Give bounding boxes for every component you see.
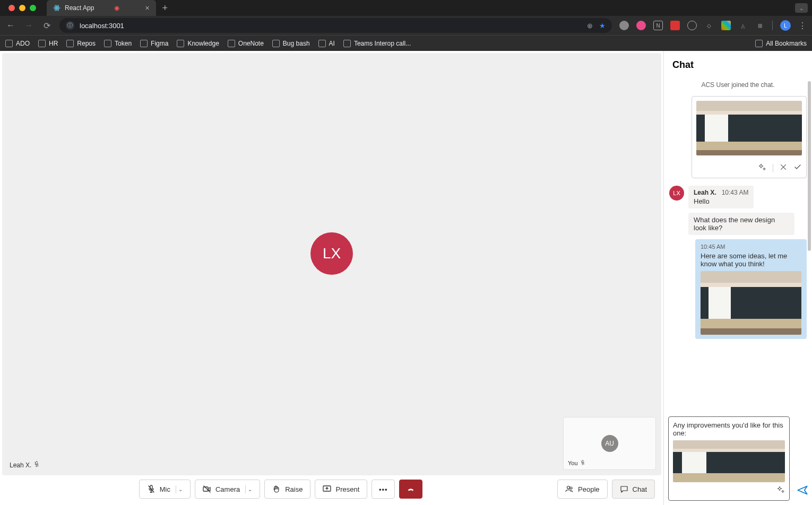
ext-icon-7[interactable] bbox=[721, 21, 731, 30]
nav-bar: ← → ⟳ ⓘ localhost:3001 ⊕ ★ N ◇ ◬ ⊞ L ⋮ bbox=[0, 16, 812, 35]
compose-input[interactable]: Any improvements you'd like for this one… bbox=[673, 421, 785, 437]
participant-name-label: Leah X. bbox=[10, 461, 40, 469]
attachment-image[interactable] bbox=[701, 271, 801, 335]
recording-indicator: ◉ bbox=[114, 4, 119, 12]
confirm-icon[interactable] bbox=[793, 163, 802, 173]
ext-icon-2[interactable] bbox=[636, 21, 646, 30]
chat-panel: Chat ACS User joined the chat. bbox=[663, 51, 812, 505]
ext-icon-6[interactable]: ◇ bbox=[704, 21, 714, 30]
present-button[interactable]: Present bbox=[315, 480, 367, 499]
chat-button[interactable]: Chat bbox=[612, 480, 655, 499]
attachment-image[interactable] bbox=[696, 101, 802, 155]
camera-button[interactable]: Camera ⌄ bbox=[195, 480, 260, 499]
extensions-menu-icon[interactable]: ⊞ bbox=[755, 21, 765, 30]
svg-point-0 bbox=[56, 7, 57, 8]
site-info-icon[interactable]: ⓘ bbox=[66, 21, 74, 30]
self-name-label: You bbox=[568, 460, 585, 466]
compose-box[interactable]: Any improvements you'd like for this one… bbox=[668, 416, 790, 501]
more-button[interactable]: ••• bbox=[372, 480, 395, 499]
tab-close-icon[interactable]: × bbox=[145, 4, 149, 12]
chat-title: Chat bbox=[664, 51, 812, 76]
bookmark-star-icon[interactable]: ★ bbox=[599, 22, 606, 30]
window-close[interactable] bbox=[8, 5, 15, 11]
people-button[interactable]: People bbox=[557, 480, 607, 499]
svg-point-7 bbox=[570, 487, 572, 489]
message-text: Hello bbox=[694, 197, 748, 205]
chat-icon bbox=[620, 485, 628, 493]
chevron-down-icon[interactable]: ⌄ bbox=[248, 486, 252, 492]
react-icon bbox=[53, 4, 61, 12]
raise-hand-button[interactable]: Raise bbox=[264, 480, 310, 499]
mic-muted-icon bbox=[33, 461, 40, 469]
ext-icon-3[interactable]: N bbox=[653, 21, 663, 30]
message-bubble[interactable]: What does the new design look like? bbox=[688, 213, 794, 235]
message-bubble[interactable]: Leah X. 10:43 AM Hello bbox=[688, 186, 754, 208]
reload-button[interactable]: ⟳ bbox=[41, 21, 52, 31]
address-bar[interactable]: ⓘ localhost:3001 ⊕ ★ bbox=[59, 18, 612, 33]
cancel-icon[interactable] bbox=[780, 163, 787, 173]
bookmark-figma[interactable]: Figma bbox=[140, 40, 168, 47]
chevron-down-icon[interactable]: ⌄ bbox=[178, 486, 183, 492]
sparkle-icon[interactable] bbox=[776, 485, 785, 496]
hangup-button[interactable] bbox=[399, 480, 422, 499]
ext-icon-5[interactable] bbox=[687, 21, 697, 30]
new-tab-button[interactable]: + bbox=[162, 3, 168, 14]
message-time: 10:43 AM bbox=[722, 189, 749, 196]
browser-menu-icon[interactable]: ⋮ bbox=[798, 21, 807, 31]
all-bookmarks[interactable]: All Bookmarks bbox=[755, 40, 807, 47]
profile-avatar[interactable]: L bbox=[780, 20, 791, 31]
people-icon bbox=[565, 485, 574, 493]
message-bubble[interactable]: 10:45 AM Here are some ideas, let me kno… bbox=[695, 239, 807, 339]
window-controls bbox=[4, 5, 40, 11]
bookmark-ai[interactable]: AI bbox=[318, 40, 335, 47]
message-outgoing: 10:45 AM Here are some ideas, let me kno… bbox=[669, 239, 807, 339]
more-icon: ••• bbox=[379, 485, 388, 493]
message-text: What does the new design look like? bbox=[694, 216, 789, 232]
main-video-tile[interactable]: LX Leah X. AU You bbox=[2, 53, 661, 475]
bookmark-repos[interactable]: Repos bbox=[66, 40, 96, 47]
back-button[interactable]: ← bbox=[5, 21, 16, 30]
window-minimize[interactable] bbox=[19, 5, 25, 11]
svg-point-6 bbox=[567, 486, 570, 489]
extensions: N ◇ ◬ ⊞ bbox=[619, 21, 765, 30]
message-text: Here are some ideas, let me know what yo… bbox=[701, 252, 801, 268]
tabs-dropdown-icon[interactable]: ⌄ bbox=[795, 3, 808, 13]
ext-icon-4[interactable] bbox=[670, 21, 680, 30]
sender-avatar: LX bbox=[669, 186, 684, 201]
window-maximize[interactable] bbox=[30, 5, 36, 11]
share-screen-icon bbox=[323, 485, 331, 493]
send-button[interactable] bbox=[797, 485, 808, 505]
call-controls: Mic ⌄ Camera ⌄ Raise Present bbox=[2, 475, 661, 503]
ext-icon-8[interactable]: ◬ bbox=[738, 21, 748, 30]
chat-messages[interactable]: ACS User joined the chat. bbox=[664, 76, 812, 412]
sender-name: Leah X. bbox=[694, 189, 716, 196]
bookmark-teams[interactable]: Teams Interop call... bbox=[343, 40, 411, 47]
participant-avatar: LX bbox=[310, 232, 353, 275]
tab-bar: React App ◉ × + ⌄ bbox=[0, 0, 812, 16]
url-text: localhost:3001 bbox=[80, 22, 124, 30]
hand-icon bbox=[272, 485, 281, 493]
hangup-icon bbox=[407, 485, 414, 493]
video-area: LX Leah X. AU You bbox=[0, 51, 663, 505]
compose-attachment-image[interactable] bbox=[673, 440, 785, 482]
bookmark-token[interactable]: Token bbox=[104, 40, 132, 47]
bookmark-knowledge[interactable]: Knowledge bbox=[177, 40, 219, 47]
sparkle-icon[interactable] bbox=[758, 163, 766, 173]
install-app-icon[interactable]: ⊕ bbox=[587, 22, 593, 30]
bookmark-onenote[interactable]: OneNote bbox=[228, 40, 264, 47]
mic-off-icon bbox=[147, 485, 156, 493]
image-card[interactable] bbox=[692, 96, 807, 178]
tab-title: React App bbox=[65, 4, 94, 12]
camera-off-icon bbox=[203, 485, 211, 493]
bookmark-hr[interactable]: HR bbox=[38, 40, 58, 47]
mic-button[interactable]: Mic ⌄ bbox=[139, 480, 191, 499]
bookmark-bugbash[interactable]: Bug bash bbox=[272, 40, 310, 47]
scrollbar[interactable] bbox=[808, 81, 811, 251]
forward-button[interactable]: → bbox=[23, 21, 34, 30]
ext-icon-1[interactable] bbox=[619, 21, 629, 30]
system-message: ACS User joined the chat. bbox=[669, 81, 807, 89]
bookmark-ado[interactable]: ADO bbox=[5, 40, 30, 47]
message-time: 10:45 AM bbox=[701, 243, 801, 250]
self-video-tile[interactable]: AU You bbox=[563, 417, 656, 470]
browser-tab[interactable]: React App ◉ × bbox=[47, 0, 156, 16]
